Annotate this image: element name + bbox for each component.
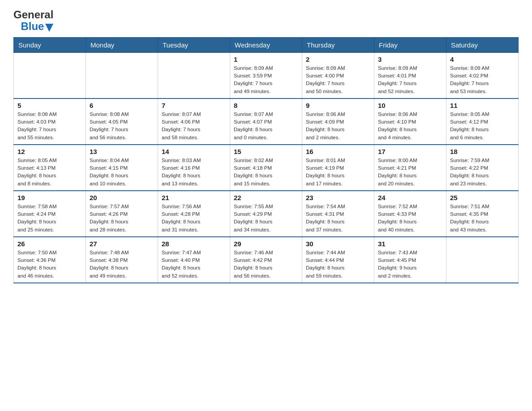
day-number: 24 xyxy=(378,194,442,201)
day-info: Sunrise: 7:47 AM Sunset: 4:40 PM Dayligh… xyxy=(162,249,226,280)
day-number: 4 xyxy=(450,56,515,63)
day-info: Sunrise: 8:09 AM Sunset: 3:59 PM Dayligh… xyxy=(234,64,298,95)
day-number: 28 xyxy=(162,240,226,248)
day-number: 12 xyxy=(17,148,82,155)
day-info: Sunrise: 7:55 AM Sunset: 4:29 PM Dayligh… xyxy=(234,203,298,234)
calendar-day-cell: 29Sunrise: 7:46 AM Sunset: 4:42 PM Dayli… xyxy=(230,237,302,283)
day-info: Sunrise: 8:07 AM Sunset: 4:06 PM Dayligh… xyxy=(162,111,226,141)
calendar-day-cell xyxy=(446,237,519,283)
day-info: Sunrise: 8:06 AM Sunset: 4:10 PM Dayligh… xyxy=(378,111,442,141)
day-info: Sunrise: 7:57 AM Sunset: 4:26 PM Dayligh… xyxy=(90,203,154,234)
calendar-day-cell: 1Sunrise: 8:09 AM Sunset: 3:59 PM Daylig… xyxy=(230,52,302,98)
day-info: Sunrise: 8:02 AM Sunset: 4:18 PM Dayligh… xyxy=(234,157,298,188)
day-info: Sunrise: 8:07 AM Sunset: 4:07 PM Dayligh… xyxy=(234,111,298,141)
day-info: Sunrise: 8:09 AM Sunset: 4:02 PM Dayligh… xyxy=(450,64,515,95)
calendar-week-row: 19Sunrise: 7:58 AM Sunset: 4:24 PM Dayli… xyxy=(14,191,519,237)
calendar-week-row: 12Sunrise: 8:05 AM Sunset: 4:13 PM Dayli… xyxy=(14,145,519,191)
day-number: 2 xyxy=(306,56,370,63)
calendar-day-cell: 9Sunrise: 8:06 AM Sunset: 4:09 PM Daylig… xyxy=(302,98,374,145)
logo-arrow-icon xyxy=(45,24,53,32)
calendar-day-cell: 27Sunrise: 7:48 AM Sunset: 4:38 PM Dayli… xyxy=(86,237,158,283)
day-number: 6 xyxy=(90,102,154,109)
day-info: Sunrise: 8:09 AM Sunset: 4:00 PM Dayligh… xyxy=(306,64,370,95)
calendar-table: SundayMondayTuesdayWednesdayThursdayFrid… xyxy=(13,37,519,283)
calendar-week-row: 26Sunrise: 7:50 AM Sunset: 4:36 PM Dayli… xyxy=(14,237,519,283)
day-number: 25 xyxy=(450,194,515,201)
day-number: 21 xyxy=(162,194,226,201)
day-of-week-header: Tuesday xyxy=(158,37,230,52)
day-number: 9 xyxy=(306,102,370,109)
calendar-day-cell xyxy=(14,52,86,98)
day-info: Sunrise: 7:43 AM Sunset: 4:45 PM Dayligh… xyxy=(378,249,442,280)
logo: General Blue xyxy=(13,9,53,33)
day-number: 23 xyxy=(306,194,370,201)
day-info: Sunrise: 7:59 AM Sunset: 4:22 PM Dayligh… xyxy=(450,157,515,188)
calendar-day-cell: 8Sunrise: 8:07 AM Sunset: 4:07 PM Daylig… xyxy=(230,98,302,145)
day-number: 5 xyxy=(17,102,82,109)
day-number: 19 xyxy=(17,194,82,201)
calendar-day-cell: 26Sunrise: 7:50 AM Sunset: 4:36 PM Dayli… xyxy=(14,237,86,283)
day-number: 26 xyxy=(17,240,82,248)
calendar-day-cell: 7Sunrise: 8:07 AM Sunset: 4:06 PM Daylig… xyxy=(158,98,230,145)
day-number: 16 xyxy=(306,148,370,155)
day-info: Sunrise: 8:09 AM Sunset: 4:01 PM Dayligh… xyxy=(378,64,442,95)
day-info: Sunrise: 7:44 AM Sunset: 4:44 PM Dayligh… xyxy=(306,249,370,280)
calendar-day-cell: 20Sunrise: 7:57 AM Sunset: 4:26 PM Dayli… xyxy=(86,191,158,237)
page-header: General Blue xyxy=(13,9,519,33)
day-of-week-header: Sunday xyxy=(14,37,86,52)
day-info: Sunrise: 8:05 AM Sunset: 4:13 PM Dayligh… xyxy=(17,157,82,188)
calendar-day-cell xyxy=(158,52,230,98)
day-number: 15 xyxy=(234,148,298,155)
calendar-day-cell: 17Sunrise: 8:00 AM Sunset: 4:21 PM Dayli… xyxy=(374,145,446,191)
svg-marker-0 xyxy=(45,24,53,32)
calendar-day-cell: 6Sunrise: 8:08 AM Sunset: 4:05 PM Daylig… xyxy=(86,98,158,145)
calendar-day-cell: 25Sunrise: 7:51 AM Sunset: 4:35 PM Dayli… xyxy=(446,191,519,237)
day-info: Sunrise: 7:54 AM Sunset: 4:31 PM Dayligh… xyxy=(306,203,370,234)
day-number: 22 xyxy=(234,194,298,201)
calendar-day-cell: 28Sunrise: 7:47 AM Sunset: 4:40 PM Dayli… xyxy=(158,237,230,283)
calendar-day-cell: 12Sunrise: 8:05 AM Sunset: 4:13 PM Dayli… xyxy=(14,145,86,191)
day-info: Sunrise: 7:58 AM Sunset: 4:24 PM Dayligh… xyxy=(17,203,82,234)
calendar-day-cell: 14Sunrise: 8:03 AM Sunset: 4:16 PM Dayli… xyxy=(158,145,230,191)
calendar-day-cell: 31Sunrise: 7:43 AM Sunset: 4:45 PM Dayli… xyxy=(374,237,446,283)
day-number: 11 xyxy=(450,102,515,109)
calendar-day-cell xyxy=(86,52,158,98)
day-info: Sunrise: 8:08 AM Sunset: 4:05 PM Dayligh… xyxy=(90,111,154,141)
day-of-week-header: Friday xyxy=(374,37,446,52)
day-info: Sunrise: 7:51 AM Sunset: 4:35 PM Dayligh… xyxy=(450,203,515,234)
calendar-day-cell: 16Sunrise: 8:01 AM Sunset: 4:19 PM Dayli… xyxy=(302,145,374,191)
day-info: Sunrise: 8:04 AM Sunset: 4:15 PM Dayligh… xyxy=(90,157,154,188)
day-number: 1 xyxy=(234,56,298,63)
day-info: Sunrise: 8:05 AM Sunset: 4:12 PM Dayligh… xyxy=(450,111,515,141)
calendar-day-cell: 2Sunrise: 8:09 AM Sunset: 4:00 PM Daylig… xyxy=(302,52,374,98)
calendar-day-cell: 24Sunrise: 7:52 AM Sunset: 4:33 PM Dayli… xyxy=(374,191,446,237)
day-info: Sunrise: 8:06 AM Sunset: 4:09 PM Dayligh… xyxy=(306,111,370,141)
calendar-day-cell: 13Sunrise: 8:04 AM Sunset: 4:15 PM Dayli… xyxy=(86,145,158,191)
day-info: Sunrise: 8:08 AM Sunset: 4:03 PM Dayligh… xyxy=(17,111,82,141)
day-info: Sunrise: 7:50 AM Sunset: 4:36 PM Dayligh… xyxy=(17,249,82,280)
logo-general: General xyxy=(13,9,53,21)
day-of-week-header: Thursday xyxy=(302,37,374,52)
day-number: 14 xyxy=(162,148,226,155)
calendar-day-cell: 15Sunrise: 8:02 AM Sunset: 4:18 PM Dayli… xyxy=(230,145,302,191)
day-of-week-header: Wednesday xyxy=(230,37,302,52)
day-info: Sunrise: 7:52 AM Sunset: 4:33 PM Dayligh… xyxy=(378,203,442,234)
calendar-day-cell: 3Sunrise: 8:09 AM Sunset: 4:01 PM Daylig… xyxy=(374,52,446,98)
day-number: 29 xyxy=(234,240,298,248)
day-info: Sunrise: 7:48 AM Sunset: 4:38 PM Dayligh… xyxy=(90,249,154,280)
day-info: Sunrise: 7:46 AM Sunset: 4:42 PM Dayligh… xyxy=(234,249,298,280)
calendar-week-row: 5Sunrise: 8:08 AM Sunset: 4:03 PM Daylig… xyxy=(14,98,519,145)
calendar-day-cell: 23Sunrise: 7:54 AM Sunset: 4:31 PM Dayli… xyxy=(302,191,374,237)
logo-blue: Blue xyxy=(21,21,44,32)
day-number: 10 xyxy=(378,102,442,109)
day-of-week-header: Saturday xyxy=(446,37,519,52)
day-number: 13 xyxy=(90,148,154,155)
day-info: Sunrise: 8:03 AM Sunset: 4:16 PM Dayligh… xyxy=(162,157,226,188)
day-info: Sunrise: 7:56 AM Sunset: 4:28 PM Dayligh… xyxy=(162,203,226,234)
day-number: 8 xyxy=(234,102,298,109)
calendar-day-cell: 4Sunrise: 8:09 AM Sunset: 4:02 PM Daylig… xyxy=(446,52,519,98)
calendar-day-cell: 22Sunrise: 7:55 AM Sunset: 4:29 PM Dayli… xyxy=(230,191,302,237)
calendar-day-cell: 10Sunrise: 8:06 AM Sunset: 4:10 PM Dayli… xyxy=(374,98,446,145)
calendar-day-cell: 11Sunrise: 8:05 AM Sunset: 4:12 PM Dayli… xyxy=(446,98,519,145)
calendar-day-cell: 21Sunrise: 7:56 AM Sunset: 4:28 PM Dayli… xyxy=(158,191,230,237)
